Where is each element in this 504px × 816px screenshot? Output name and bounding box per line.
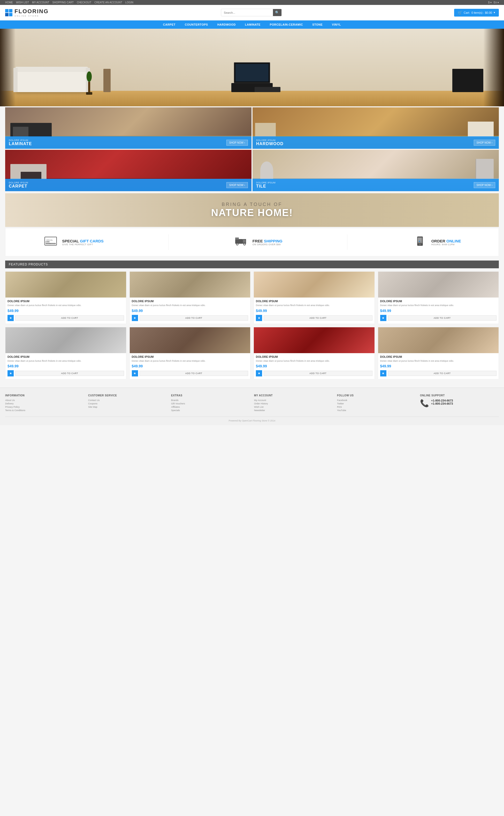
- add-to-cart-btn-4[interactable]: ADD TO CART: [388, 315, 497, 321]
- nature-banner: BRING A TOUCH OF NATURE HOME!: [5, 193, 499, 227]
- hero-speaker-left: [103, 69, 111, 92]
- svg-rect-18: [235, 239, 243, 244]
- topbar-create-account[interactable]: CREATE AN ACCOUNT: [94, 1, 122, 4]
- footer-link-terms[interactable]: Terms & Conditions: [5, 409, 84, 412]
- product-info-6: DOLORE IPSUM Donec vitae diam ut purus l…: [130, 355, 250, 368]
- svg-rect-34: [420, 239, 421, 240]
- nav-porcelain[interactable]: PORCELAIN-CERAMIC: [265, 20, 308, 29]
- topbar-account[interactable]: MY ACCOUNT: [32, 1, 49, 4]
- feature-order-sub: HOURS: 8AM-11PM: [431, 243, 461, 246]
- svg-text:2390: 2390: [45, 241, 50, 243]
- add-to-cart-btn-2[interactable]: ADD TO CART: [140, 315, 248, 321]
- search-input[interactable]: [221, 10, 273, 16]
- topbar-cart[interactable]: SHOPPING CART: [52, 1, 74, 4]
- search-button[interactable]: 🔍: [273, 9, 281, 16]
- add-to-cart-btn-7[interactable]: ADD TO CART: [264, 371, 372, 376]
- add-to-cart-btn-8[interactable]: ADD TO CART: [388, 371, 497, 376]
- add-to-cart-btn-6[interactable]: ADD TO CART: [140, 371, 248, 376]
- footer-grid: INFORMATION About Us Delivery Privacy Po…: [5, 394, 499, 412]
- wishlist-btn-4[interactable]: ★: [380, 315, 386, 321]
- nav-countertops[interactable]: COUNTERTOPS: [180, 20, 213, 29]
- add-to-cart-btn-3[interactable]: ADD TO CART: [264, 315, 372, 321]
- category-tile-laminate[interactable]: DOLORE IPSUM LAMINATE SHOP NOW ›: [5, 107, 251, 149]
- header: FLOORING ONLINE STORE 🔍 🛒 Cart: 0 item(s…: [0, 5, 504, 20]
- footer-link-contact[interactable]: Contact Us: [88, 399, 167, 402]
- footer-link-delivery[interactable]: Delivery: [5, 402, 84, 405]
- category-tile-hardwood[interactable]: DOLORE IPSUM HARDWOOD SHOP NOW ›: [253, 107, 499, 149]
- product-image-8: [378, 327, 499, 353]
- shop-now-hardwood[interactable]: SHOP NOW ›: [474, 140, 495, 146]
- footer-link-privacy[interactable]: Privacy Policy: [5, 406, 84, 408]
- topbar-login[interactable]: LOGIN: [125, 1, 133, 4]
- hero-wall-right: [483, 29, 504, 106]
- shop-now-laminate[interactable]: SHOP NOW ›: [226, 140, 248, 146]
- wishlist-btn-7[interactable]: ★: [256, 370, 262, 376]
- topbar-home[interactable]: HOME: [5, 1, 13, 4]
- wishlist-btn-6[interactable]: ★: [132, 370, 138, 376]
- footer-link-twitter[interactable]: Twitter: [337, 402, 416, 405]
- wishlist-btn-5[interactable]: ★: [7, 370, 14, 376]
- category-tile-tile[interactable]: DOLORE IPSUM TILE SHOP NOW ›: [253, 150, 499, 191]
- shop-now-carpet[interactable]: SHOP NOW ›: [226, 182, 248, 188]
- hero-plant: [85, 71, 93, 92]
- logo-icon: [5, 9, 12, 16]
- footer-link-my-account[interactable]: My Account: [254, 399, 333, 402]
- language-selector[interactable]: En ▾: [494, 1, 499, 4]
- footer-link-specials[interactable]: Specials: [171, 409, 250, 412]
- svg-rect-10: [51, 243, 51, 244]
- product-card-4: DOLORE IPSUM Donec vitae diam ut purus l…: [378, 272, 499, 324]
- nav-laminate[interactable]: LAMINATE: [240, 20, 265, 29]
- footer-link-gift-vouchers[interactable]: Gift Vouchers: [171, 402, 250, 405]
- footer-link-rss[interactable]: RSS: [337, 406, 416, 408]
- nav-vinyl[interactable]: VINYL: [327, 20, 346, 29]
- product-desc-6: Donec vitae diam ut purus luctus flinch …: [132, 359, 248, 363]
- svg-rect-9: [50, 243, 50, 244]
- footer-link-wish-list[interactable]: Wish List: [254, 406, 333, 408]
- footer-link-facebook[interactable]: Facebook: [337, 399, 416, 402]
- footer-link-brands[interactable]: Brands: [171, 399, 250, 402]
- add-to-cart-btn-1[interactable]: ADD TO CART: [15, 315, 124, 321]
- topbar-checkout[interactable]: CHECKOUT: [77, 1, 91, 4]
- tile-overlay-tile: DOLORE IPSUM TILE SHOP NOW ›: [253, 179, 499, 191]
- nav-stone[interactable]: STONE: [308, 20, 327, 29]
- wishlist-btn-2[interactable]: ★: [132, 315, 138, 321]
- wishlist-btn-3[interactable]: ★: [256, 315, 262, 321]
- svg-point-28: [419, 244, 421, 245]
- hero-floor: [0, 91, 504, 106]
- add-to-cart-btn-5[interactable]: ADD TO CART: [15, 371, 124, 376]
- footer-link-order-history[interactable]: Order History: [254, 402, 333, 405]
- currency-selector[interactable]: $ ▾: [488, 1, 492, 4]
- shop-now-tile[interactable]: SHOP NOW ›: [474, 182, 495, 188]
- nav-hardwood[interactable]: HARDWOOD: [213, 20, 240, 29]
- footer-phone-2: +1-800-234-6673: [431, 402, 453, 405]
- product-image-3: [254, 272, 375, 298]
- footer-link-sitemap[interactable]: Site Map: [88, 406, 167, 408]
- footer-col-title-social: FOLLOW US: [337, 394, 416, 397]
- footer-link-youtube[interactable]: YouTube: [337, 409, 416, 412]
- product-desc-7: Donec vitae diam ut purus luctus flinch …: [256, 359, 372, 363]
- product-image-1: [5, 272, 126, 298]
- footer-link-about[interactable]: About Us: [5, 399, 84, 402]
- tile-label-laminate: DOLORE IPSUM: [9, 139, 32, 141]
- svg-rect-30: [419, 238, 420, 239]
- product-actions-2: ★ ADD TO CART: [130, 315, 250, 321]
- product-name-4: DOLORE IPSUM: [380, 300, 497, 303]
- cart-button[interactable]: 🛒 Cart: 0 item(s) - $0.00 ▾: [454, 9, 499, 17]
- category-tile-carpet[interactable]: DOLORE IPSUM CARPET SHOP NOW ›: [5, 150, 251, 191]
- footer-link-coupons[interactable]: Coupons: [88, 402, 167, 405]
- product-card-5: DOLORE IPSUM Donec vitae diam ut purus l…: [5, 327, 126, 380]
- product-price-8: $49.99: [380, 364, 497, 368]
- nav-carpet[interactable]: CARPET: [158, 20, 180, 29]
- svg-rect-25: [235, 238, 239, 240]
- tile-overlay-hardwood: DOLORE IPSUM HARDWOOD SHOP NOW ›: [253, 136, 499, 149]
- logo-text: FLOORING ONLINE STORE: [14, 8, 49, 17]
- nature-text-main: NATURE HOME!: [211, 207, 293, 219]
- footer-link-newsletter[interactable]: Newsletter: [254, 409, 333, 412]
- topbar-wishlist[interactable]: WISH LIST: [16, 1, 29, 4]
- wishlist-btn-8[interactable]: ★: [380, 370, 386, 376]
- footer-link-affiliates[interactable]: Affiliates: [171, 406, 250, 408]
- logo[interactable]: FLOORING ONLINE STORE: [5, 8, 49, 17]
- wishlist-btn-1[interactable]: ★: [7, 315, 14, 321]
- product-name-2: DOLORE IPSUM: [132, 300, 248, 303]
- product-info-4: DOLORE IPSUM Donec vitae diam ut purus l…: [378, 300, 499, 313]
